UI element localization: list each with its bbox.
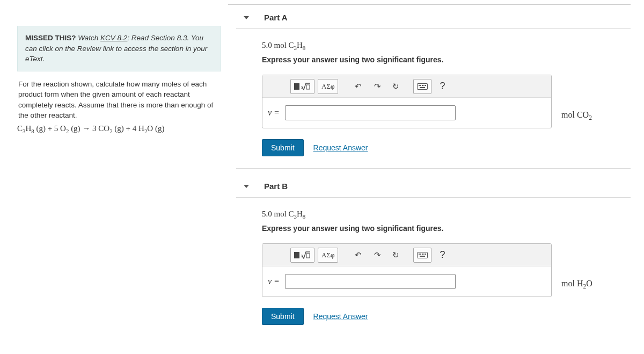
svg-rect-8 <box>420 87 425 88</box>
part-b-header[interactable]: Part B <box>236 176 631 198</box>
nu-label-a: ν = <box>268 108 280 118</box>
unit-label-a: mol CO2 <box>561 110 592 121</box>
template-tool-icon[interactable]: x <box>290 248 314 263</box>
part-a-amount: 5.0 mol C3H8 <box>262 41 631 51</box>
part-b-block: Part B 5.0 mol C3H8 Express your answer … <box>236 176 631 337</box>
part-a-block: Part A 5.0 mol C3H8 Express your answer … <box>236 8 631 169</box>
request-answer-link-b[interactable]: Request Answer <box>313 312 368 321</box>
template-tool-icon[interactable]: x <box>290 79 314 94</box>
svg-rect-12 <box>419 254 420 255</box>
redo-icon[interactable]: ↷ <box>369 79 385 94</box>
greek-tool-button[interactable]: ΑΣφ <box>318 79 338 94</box>
svg-rect-2 <box>418 83 428 89</box>
help-icon[interactable]: ? <box>435 79 450 94</box>
restart-icon[interactable]: ↻ <box>389 248 402 263</box>
part-a-header[interactable]: Part A <box>236 8 631 29</box>
part-a-title: Part A <box>264 13 288 22</box>
nu-label-b: ν = <box>268 277 280 286</box>
missed-label: MISSED THIS? <box>25 34 76 42</box>
part-b-instruction: Express your answer using two significan… <box>262 224 631 233</box>
svg-rect-13 <box>420 254 421 255</box>
toolbar-b: x ΑΣφ ↶ ↷ ↻ ? <box>262 244 551 266</box>
keyboard-icon[interactable] <box>413 79 431 94</box>
answer-widget-b: x ΑΣφ ↶ ↷ ↻ ? ν = <box>262 243 552 297</box>
svg-rect-10 <box>306 254 310 258</box>
svg-rect-3 <box>419 85 420 86</box>
svg-rect-14 <box>422 254 423 255</box>
svg-rect-1 <box>306 85 310 89</box>
undo-icon[interactable]: ↶ <box>350 248 366 263</box>
part-b-amount: 5.0 mol C3H8 <box>262 209 631 220</box>
part-a-instruction: Express your answer using two significan… <box>262 55 631 64</box>
greek-tool-button[interactable]: ΑΣφ <box>318 248 338 263</box>
submit-button-b[interactable]: Submit <box>262 308 304 325</box>
svg-rect-6 <box>423 85 425 86</box>
answer-input-b[interactable] <box>285 274 456 289</box>
svg-rect-11 <box>418 252 428 258</box>
chevron-down-icon <box>244 16 249 19</box>
kcv-link[interactable]: KCV 8.2 <box>100 34 127 42</box>
request-answer-link-a[interactable]: Request Answer <box>313 143 368 152</box>
toolbar-a: x ΑΣφ ↶ ↷ ↻ ? <box>262 75 551 98</box>
svg-rect-5 <box>422 85 423 86</box>
question-prompt: For the reaction shown, calculate how ma… <box>17 79 221 121</box>
help-icon[interactable]: ? <box>435 248 450 263</box>
answer-input-a[interactable] <box>285 105 456 120</box>
keyboard-icon[interactable] <box>413 248 431 263</box>
part-b-title: Part B <box>264 182 288 191</box>
redo-icon[interactable]: ↷ <box>369 248 385 263</box>
svg-rect-4 <box>420 85 421 86</box>
undo-icon[interactable]: ↶ <box>350 79 366 94</box>
answer-widget-a: x ΑΣφ ↶ ↷ ↻ ? ν = <box>262 75 552 128</box>
reaction-equation: C3H8 (g) + 5 O2 (g) → 3 CO2 (g) + 4 H2O … <box>17 124 221 134</box>
submit-button-a[interactable]: Submit <box>262 139 304 156</box>
chevron-down-icon <box>244 185 249 188</box>
unit-label-b: mol H2O <box>561 279 592 290</box>
svg-rect-15 <box>423 254 425 255</box>
svg-rect-16 <box>425 254 426 255</box>
missed-this-box: MISSED THIS? Watch KCV 8.2; Read Section… <box>17 26 221 71</box>
restart-icon[interactable]: ↻ <box>389 79 402 94</box>
svg-rect-7 <box>425 85 426 86</box>
svg-rect-17 <box>420 256 425 257</box>
